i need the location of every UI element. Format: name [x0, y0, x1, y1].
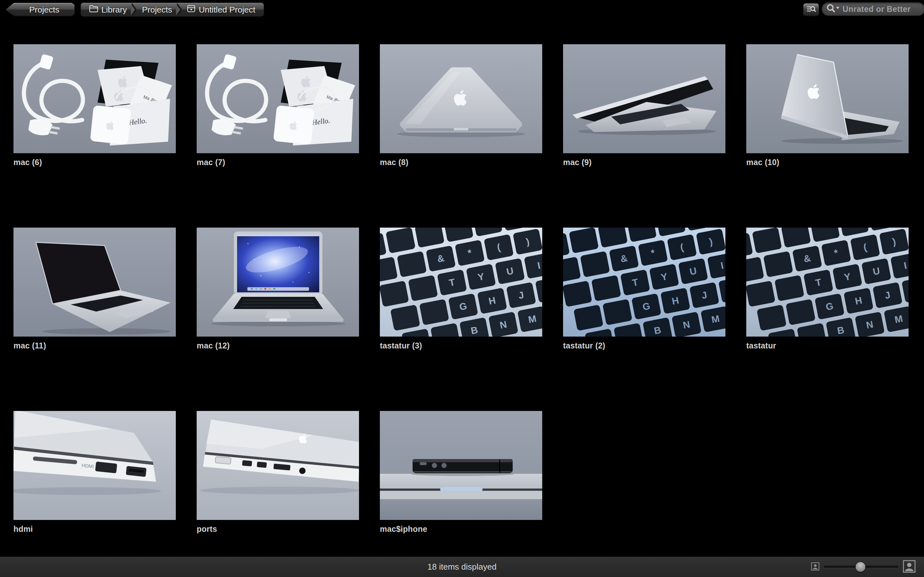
search-placeholder: Unrated or Better — [843, 5, 911, 14]
photo-cell[interactable]: &*()-=TYUIOPGHJKL;BNM<>? tastatur (2) — [563, 227, 725, 411]
photo-cell[interactable]: HDMI hdmi — [13, 411, 176, 577]
photo-thumbnail — [380, 411, 542, 520]
breadcrumb-item[interactable]: Projects — [137, 3, 177, 16]
photo-thumbnail — [746, 44, 909, 153]
photo-cell[interactable]: MacBook ProHello. mac (7) — [197, 44, 359, 227]
photo-thumbnail: &*()-=TYUIOPGHJKL;BNM<>? — [563, 227, 725, 337]
breadcrumb-item[interactable]: Library — [84, 3, 132, 16]
search-input[interactable]: Unrated or Better — [822, 3, 924, 15]
photo-cell[interactable]: mac (10) — [746, 44, 909, 227]
search-list-button[interactable] — [803, 3, 819, 16]
folder-icon — [89, 5, 98, 15]
breadcrumb-label: Projects — [142, 5, 172, 15]
photo-label: mac (11) — [13, 341, 176, 350]
photo-cell[interactable]: mac (12) — [197, 227, 359, 411]
breadcrumb-label: Library — [102, 5, 127, 15]
top-toolbar: Projects LibraryProjectsUntitled Project… — [0, 0, 924, 19]
breadcrumb-label: Untitled Project — [199, 5, 255, 15]
photo-cell[interactable]: mac (9) — [563, 44, 725, 227]
photo-label: tastatur (2) — [563, 341, 725, 350]
slider-knob[interactable] — [856, 562, 865, 572]
breadcrumb-separator — [132, 3, 137, 16]
photo-thumbnail: HDMI — [13, 411, 176, 520]
photo-thumbnail: &*()-=TYUIOPGHJKL;BNM<>? — [380, 227, 542, 337]
photo-cell[interactable]: mac (8) — [380, 44, 542, 227]
photo-thumbnail — [13, 227, 176, 337]
photo-label: mac (7) — [197, 158, 359, 167]
photo-label: mac$iphone — [380, 524, 542, 534]
photo-label: mac (12) — [197, 341, 359, 350]
photo-cell[interactable]: mac$iphone — [380, 411, 542, 577]
aperture-fullscreen-browser: { "toolbar": { "back_button_label": "Pro… — [0, 0, 924, 577]
photo-thumbnail — [197, 227, 359, 337]
status-bar: 18 items displayed — [0, 556, 924, 577]
photo-label: tastatur (3) — [380, 341, 542, 350]
photo-label: hdmi — [13, 524, 176, 534]
photo-label: mac (10) — [746, 158, 909, 167]
photo-thumbnail — [380, 44, 542, 153]
search-list-icon — [806, 5, 816, 15]
photo-thumbnail: MacBook ProHello. — [13, 44, 176, 153]
photo-thumbnail: &*()-=TYUIOPGHJKL;BNM<>? — [746, 227, 909, 337]
breadcrumb-separator — [177, 3, 182, 16]
photo-thumbnail — [563, 44, 725, 153]
photo-label: mac (8) — [380, 158, 542, 167]
small-photo-icon — [811, 562, 819, 572]
photo-thumbnail: MacBook ProHello. — [197, 44, 359, 153]
photo-cell[interactable]: &*()-=TYUIOPGHJKL;BNM<>? tastatur — [746, 227, 909, 411]
photo-label: ports — [197, 524, 359, 534]
magnifier-caret-icon — [826, 3, 840, 15]
project-icon — [187, 5, 195, 15]
thumbnail-size-control — [811, 557, 916, 577]
photo-label: mac (9) — [563, 158, 725, 167]
photo-label: tastatur — [746, 341, 909, 350]
photo-label: mac (6) — [13, 158, 176, 167]
items-displayed-status: 18 items displayed — [0, 557, 924, 577]
back-button-label: Projects — [6, 3, 74, 16]
breadcrumb-item[interactable]: Untitled Project — [182, 3, 260, 16]
photo-cell[interactable]: MacBook ProHello. mac (6) — [13, 44, 176, 227]
large-photo-icon — [903, 560, 916, 574]
back-to-projects-button[interactable]: Projects — [6, 3, 74, 16]
breadcrumb[interactable]: LibraryProjectsUntitled Project — [81, 3, 264, 16]
photo-cell[interactable]: ports — [197, 411, 359, 577]
photo-grid: MacBook ProHello. mac (6) MacBook ProHel… — [0, 19, 924, 557]
photo-cell[interactable]: &*()-=TYUIOPGHJKL;BNM<>? tastatur (3) — [380, 227, 542, 411]
photo-cell[interactable]: mac (11) — [13, 227, 176, 411]
thumbnail-size-slider[interactable] — [824, 566, 898, 568]
photo-thumbnail — [197, 411, 359, 520]
